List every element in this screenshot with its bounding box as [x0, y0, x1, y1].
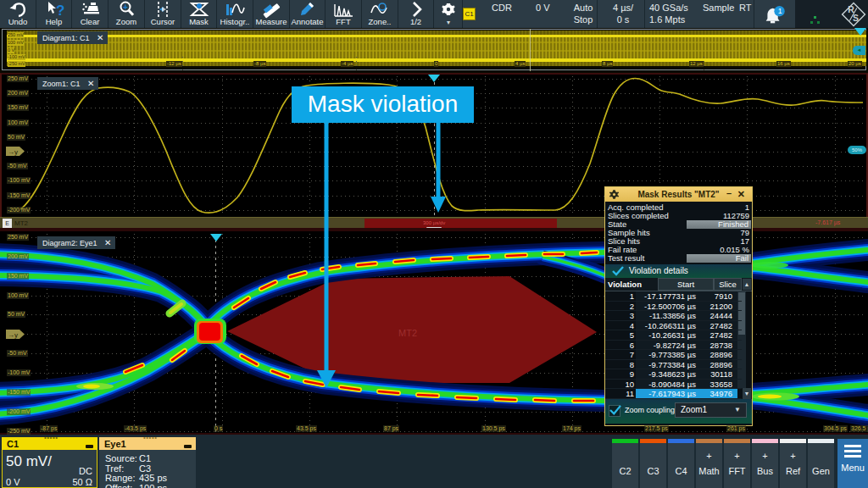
svg-text:→y: →y	[8, 331, 18, 339]
svg-text:S: S	[853, 14, 859, 23]
svg-text:1: 1	[778, 7, 782, 15]
svg-text:→y: →y	[8, 148, 18, 156]
svg-text:+: +	[123, 3, 128, 12]
